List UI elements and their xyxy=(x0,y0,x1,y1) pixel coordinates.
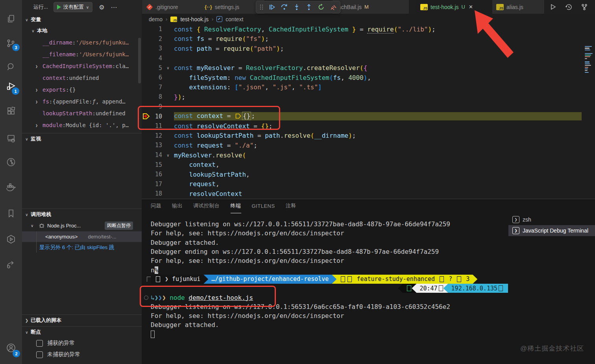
terminal-list: ❯zsh❯JavaScript Debug Terminal xyxy=(508,214,595,236)
run-file-icon[interactable] xyxy=(550,4,556,10)
gear-icon[interactable]: ⚙ xyxy=(99,4,104,11)
variable-row[interactable]: ❯fs: {appendFile: ƒ, append… xyxy=(22,96,142,107)
panel-tab-问题[interactable]: 问题 xyxy=(151,199,161,213)
line-number: 9 xyxy=(151,103,162,110)
container-apps-icon[interactable] xyxy=(0,230,22,249)
terminal-output[interactable]: Debugger listening on ws://127.0.0.1:565… xyxy=(151,220,513,339)
expand-chevron-icon[interactable]: ❯ xyxy=(35,64,42,68)
tab-settings-js[interactable]: {··} settings.js xyxy=(201,0,265,14)
breadcrumb-file[interactable]: test-hook.js xyxy=(180,16,209,22)
disconnect-icon[interactable] xyxy=(330,4,337,11)
skipfiles-link[interactable]: 显示另外 6 个: 已由 skipFiles 跳 xyxy=(22,242,142,253)
expand-chevron-icon[interactable]: ❯ xyxy=(35,100,42,104)
extensions-icon[interactable] xyxy=(0,102,22,120)
panel-tab-调试控制台[interactable]: 调试控制台 xyxy=(193,199,220,213)
section-breakpoints[interactable]: ∨断点 xyxy=(22,326,142,338)
debug-session-row[interactable]: ∨ Node.js Proc... 因断点暂停 xyxy=(22,220,142,231)
panel-tab-输出[interactable]: 输出 xyxy=(172,199,183,213)
code-line: 17 request, xyxy=(142,179,595,189)
accounts-icon[interactable]: 2 xyxy=(0,338,22,357)
section-variables[interactable]: ∨变量 xyxy=(22,14,142,25)
launch-config-dropdown[interactable]: 没有配置 ∨ xyxy=(54,2,92,12)
bookmarks-icon[interactable] xyxy=(0,204,22,223)
explorer-icon[interactable] xyxy=(0,9,22,28)
sidebar-scrollbar[interactable] xyxy=(138,38,141,83)
breakpoint-caught-exceptions[interactable]: 捕获的异常 xyxy=(22,338,142,349)
terminal-list-item[interactable]: ❯JavaScript Debug Terminal xyxy=(508,225,595,236)
code-line: 14∨myResolver.resolve( xyxy=(142,150,595,160)
gitlens-icon[interactable] xyxy=(0,153,22,172)
tab-test-hook-js[interactable]: JS test-hook.js U ✕ xyxy=(416,0,499,14)
source-control-icon[interactable]: 3 xyxy=(0,34,22,53)
tab-alias-js[interactable]: JS alias.js xyxy=(492,0,545,14)
minimap[interactable] xyxy=(585,46,594,74)
terminal-list-item[interactable]: ❯zsh xyxy=(508,214,595,225)
sidebar-title: 运行... xyxy=(33,4,48,11)
checkbox[interactable] xyxy=(36,351,43,358)
terminal-line xyxy=(151,330,513,339)
start-debug-icon[interactable] xyxy=(57,5,61,9)
breadcrumb-folder[interactable]: demo xyxy=(149,16,163,22)
line-number: 18 xyxy=(151,190,162,197)
breakpoint-uncaught-exceptions[interactable]: 未捕获的异常 xyxy=(22,349,142,360)
panel-tab-GITLENS[interactable]: GITLENS xyxy=(252,199,275,213)
tab-gitignore[interactable]: .gitignore xyxy=(142,0,209,14)
breakpoint-paused-icon[interactable] xyxy=(142,113,151,120)
prompt-user-segment: ❯ fujunkui xyxy=(151,275,208,284)
variable-row[interactable]: lookupStartPath: undefined xyxy=(22,107,142,119)
expand-chevron-icon[interactable]: ❯ xyxy=(35,123,42,127)
step-out-icon[interactable] xyxy=(305,4,312,11)
variable-row[interactable]: ❯CachedInputFileSystem: cla… xyxy=(22,60,142,72)
activity-bar: 3 1 2 xyxy=(0,0,22,364)
command-decoration-icon[interactable] xyxy=(144,296,148,300)
variable-row[interactable]: ❯module: Module {id: '.', p… xyxy=(22,119,142,131)
run-and-debug-icon[interactable]: 1 xyxy=(0,77,22,96)
variable-row[interactable]: __dirname: '/Users/fujunku… xyxy=(22,37,142,48)
terminal-line: Debugger listening on ws://127.0.0.1:565… xyxy=(151,220,513,229)
terminal-icon: ❯ xyxy=(512,227,519,234)
continue-icon[interactable] xyxy=(268,4,275,11)
more-actions-icon[interactable]: ⋯ xyxy=(111,4,117,11)
close-icon[interactable]: ✕ xyxy=(469,4,473,10)
terminal-line: Debugger listening on ws://127.0.0.1:565… xyxy=(151,302,513,311)
variable-name: module xyxy=(42,122,63,128)
timeline-history-icon[interactable] xyxy=(565,4,572,11)
stack-frame-row[interactable]: <anonymous> demo/test-... xyxy=(22,231,142,242)
drag-handle-icon[interactable] xyxy=(259,4,263,10)
command-arg[interactable]: demo/test-hook.js xyxy=(188,294,253,301)
section-watch[interactable]: ∨监视 xyxy=(22,133,142,144)
variable-name: context xyxy=(42,75,66,81)
js-file-icon: JS xyxy=(420,4,428,10)
expand-chevron-icon[interactable]: ❯ xyxy=(35,88,42,92)
live-share-icon[interactable] xyxy=(0,255,22,274)
checkbox[interactable] xyxy=(36,340,43,347)
split-editor-icon[interactable] xyxy=(581,4,588,11)
tab-achbail-js[interactable]: achBail.js M xyxy=(333,0,409,14)
terminal-name: zsh xyxy=(523,216,531,223)
code-line: 1const { ResolverFactory, CachedInputFil… xyxy=(142,24,595,34)
code-editor[interactable]: 1const { ResolverFactory, CachedInputFil… xyxy=(142,24,595,199)
step-into-icon[interactable] xyxy=(293,4,300,11)
remote-explorer-icon[interactable] xyxy=(0,129,22,148)
section-loaded-scripts[interactable]: ❯已载入的脚本 xyxy=(22,314,142,326)
scope-local[interactable]: ∨本地 xyxy=(22,25,142,36)
fold-chevron-icon[interactable]: ∨ xyxy=(162,153,174,157)
docker-icon[interactable] xyxy=(0,178,22,197)
restart-icon[interactable] xyxy=(318,4,325,11)
code-line: 9 xyxy=(142,102,595,112)
code-line: 10const context = {}; xyxy=(142,111,595,121)
fold-chevron-icon[interactable]: ∨ xyxy=(162,66,174,70)
variable-row[interactable]: context: undefined xyxy=(22,72,142,84)
panel-tab-注释[interactable]: 注释 xyxy=(286,199,296,213)
debug-sidebar-toolbar: 运行... 没有配置 ∨ ⚙ ⋯ xyxy=(22,0,142,14)
variable-row[interactable]: ❯exports: {} xyxy=(22,84,142,96)
variable-row[interactable]: __filename: '/Users/fujunk… xyxy=(22,48,142,60)
line-number: 11 xyxy=(151,122,162,129)
step-over-icon[interactable] xyxy=(281,4,288,11)
breadcrumb-symbol[interactable]: context xyxy=(225,16,243,22)
line-number: 1 xyxy=(151,26,162,33)
panel-tab-终端[interactable]: 终端 xyxy=(231,199,241,213)
section-call-stack[interactable]: ∨调用堆栈 xyxy=(22,209,142,220)
terminal-line: 20:47192.168.0.135 xyxy=(151,284,513,293)
search-icon[interactable] xyxy=(0,57,22,76)
